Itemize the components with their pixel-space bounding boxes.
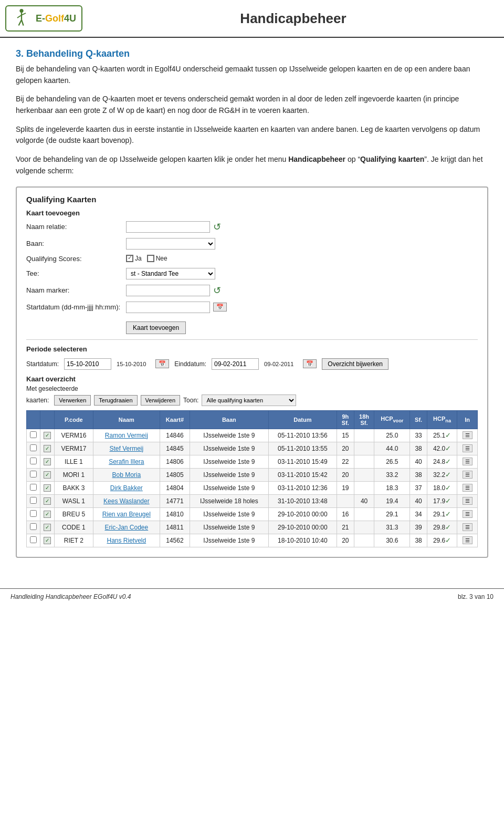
toon-select[interactable]: Alle qualifying kaarten: [202, 395, 296, 406]
table-row: ✓VERM16Ramon Vermeij14846IJsselweide 1st…: [27, 429, 478, 442]
calendar-start-icon[interactable]: 📅: [155, 359, 169, 368]
verwerken-button[interactable]: Verwerken: [54, 395, 91, 406]
row-outer-checkbox[interactable]: [27, 455, 40, 468]
terugdraaien-button[interactable]: Terugdraaien: [94, 395, 137, 406]
in-icon-btn[interactable]: ☰: [463, 458, 472, 465]
cell-18h: [354, 455, 374, 468]
row-outer-checkbox[interactable]: [27, 468, 40, 481]
row-outer-checkbox[interactable]: [27, 429, 40, 442]
qualifying-scores-radio: Ja Nee: [126, 255, 167, 262]
naam-link[interactable]: Stef Vermeij: [110, 445, 144, 452]
cell-naam[interactable]: Bob Moria: [93, 468, 160, 481]
periode-selecteren-label: Periode selecteren: [26, 345, 478, 353]
naam-relatie-input[interactable]: [126, 221, 210, 233]
cell-kaart: 14845: [160, 442, 190, 455]
cell-9h: 20: [337, 442, 354, 455]
cell-in[interactable]: ☰: [457, 494, 478, 507]
cell-in[interactable]: ☰: [457, 442, 478, 455]
in-icon-btn[interactable]: ☰: [463, 536, 472, 544]
table-row: ✓BREU 5Rien van Breugel14810IJsselweide …: [27, 507, 478, 521]
radio-ja-box[interactable]: [126, 255, 133, 262]
einddatum-field[interactable]: [212, 358, 259, 370]
tee-select[interactable]: st - Standard Tee: [126, 268, 215, 279]
hcpna-check-icon: ✓: [445, 510, 451, 518]
kaart-toevoegen-button[interactable]: Kaart toevoegen: [126, 321, 186, 334]
in-icon-btn[interactable]: ☰: [463, 510, 472, 518]
naam-link[interactable]: Rien van Breugel: [102, 511, 151, 518]
row-outer-checkbox[interactable]: [27, 521, 40, 534]
cell-naam[interactable]: Ramon Vermeij: [93, 429, 160, 442]
in-icon-btn[interactable]: ☰: [463, 497, 472, 505]
overzicht-bijwerken-button[interactable]: Overzicht bijwerken: [322, 358, 388, 370]
in-icon-btn[interactable]: ☰: [463, 484, 472, 492]
radio-ja[interactable]: Ja: [126, 255, 142, 262]
naam-link[interactable]: Hans Rietveld: [107, 537, 146, 544]
row-outer-checkbox[interactable]: [27, 494, 40, 507]
cell-in[interactable]: ☰: [457, 534, 478, 547]
cell-in[interactable]: ☰: [457, 455, 478, 468]
cell-in[interactable]: ☰: [457, 507, 478, 521]
row-inner-check: ✓: [40, 507, 55, 521]
startdatum-input[interactable]: [126, 302, 210, 313]
startdatum-label: Startdatum (dd-mm-jjjj hh:mm):: [26, 303, 126, 311]
cell-baan: IJsselweide 1ste 9: [190, 442, 269, 455]
cell-hcpna: 32.2✓: [427, 468, 457, 481]
cell-in[interactable]: ☰: [457, 468, 478, 481]
baan-select[interactable]: [126, 238, 215, 250]
in-icon-btn[interactable]: ☰: [463, 431, 472, 439]
cell-naam[interactable]: Hans Rietveld: [93, 534, 160, 547]
table-row: ✓WASL 1Kees Waslander14771IJsselweide 18…: [27, 494, 478, 507]
cell-18h: [354, 468, 374, 481]
kaarten-table: P.code Naam Kaart# Baan Datum 9hSf. 18hS…: [26, 410, 478, 547]
naam-marker-input[interactable]: [126, 285, 210, 296]
cell-in[interactable]: ☰: [457, 521, 478, 534]
cell-naam[interactable]: Serafin Illera: [93, 455, 160, 468]
svg-line-5: [22, 20, 24, 26]
cell-in[interactable]: ☰: [457, 481, 478, 494]
row-outer-checkbox[interactable]: [27, 442, 40, 455]
kaart-toevoegen-subtitle: Kaart toevoegen: [26, 209, 478, 217]
form-title: Qualifying Kaarten: [26, 195, 478, 204]
naam-link[interactable]: Serafin Illera: [109, 458, 144, 465]
row-outer-checkbox[interactable]: [27, 481, 40, 494]
cell-hcpna: 29.8✓: [427, 521, 457, 534]
in-icon-btn[interactable]: ☰: [463, 444, 472, 452]
calendar-end-icon[interactable]: 📅: [303, 359, 317, 368]
naam-link[interactable]: Kees Waslander: [103, 497, 150, 505]
cell-naam[interactable]: Rien van Breugel: [93, 507, 160, 521]
paragraph-1: Bij de behandeling van Q-kaarten wordt i…: [16, 64, 488, 86]
cell-naam[interactable]: Eric-Jan Codee: [93, 521, 160, 534]
cell-naam[interactable]: Kees Waslander: [93, 494, 160, 507]
calendar-icon[interactable]: 📅: [213, 303, 227, 312]
cell-naam[interactable]: Dirk Bakker: [93, 481, 160, 494]
refresh-marker-icon[interactable]: ↺: [213, 285, 221, 296]
in-icon-btn[interactable]: ☰: [463, 523, 472, 531]
row-outer-checkbox[interactable]: [27, 507, 40, 521]
table-row: ✓CODE 1Eric-Jan Codee14811IJsselweide 1s…: [27, 521, 478, 534]
naam-link[interactable]: Dirk Bakker: [110, 484, 143, 492]
refresh-icon[interactable]: ↺: [213, 221, 221, 233]
checked-icon: ✓: [44, 497, 51, 505]
cell-datum: 03-11-2010 15:49: [268, 455, 337, 468]
cell-baan: IJsselweide 1ste 9: [190, 534, 269, 547]
qualifying-kaarten-box: Qualifying Kaarten Kaart toevoegen Naam …: [16, 186, 488, 558]
cell-9h: 20: [337, 534, 354, 547]
verwijderen-button[interactable]: Verwijderen: [141, 395, 180, 406]
startdatum-field[interactable]: [64, 358, 111, 370]
cell-18h: [354, 521, 374, 534]
naam-link[interactable]: Ramon Vermeij: [105, 432, 148, 439]
cell-pcode: BREU 5: [55, 507, 93, 521]
table-row: ✓MORI 1Bob Moria14805IJsselweide 1ste 90…: [27, 468, 478, 481]
cell-naam[interactable]: Stef Vermeij: [93, 442, 160, 455]
naam-link[interactable]: Bob Moria: [112, 471, 141, 479]
row-outer-checkbox[interactable]: [27, 534, 40, 547]
radio-nee[interactable]: Nee: [147, 255, 167, 262]
in-icon-btn[interactable]: ☰: [463, 471, 472, 479]
cell-18h: [354, 442, 374, 455]
radio-nee-box[interactable]: [147, 255, 154, 262]
checked-icon: ✓: [44, 511, 51, 518]
naam-link[interactable]: Eric-Jan Codee: [104, 524, 148, 531]
cell-in[interactable]: ☰: [457, 429, 478, 442]
cell-baan: IJsselweide 18 holes: [190, 494, 269, 507]
baan-group: Baan:: [26, 238, 478, 250]
